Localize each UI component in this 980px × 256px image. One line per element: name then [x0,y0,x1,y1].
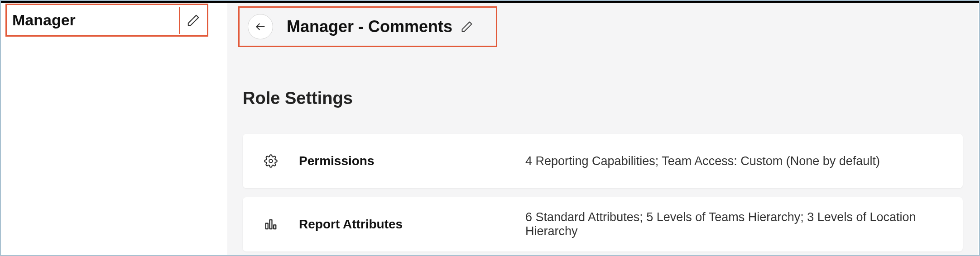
page-header: Manager - Comments [238,6,497,47]
section-title: Role Settings [243,89,353,108]
setting-description: 6 Standard Attributes; 5 Levels of Teams… [525,210,946,238]
setting-description: 4 Reporting Capabilities; Team Access: C… [525,154,946,168]
svg-rect-3 [270,220,272,229]
arrow-left-icon [255,21,266,33]
sidebar-item-label: Manager [12,11,76,29]
page-title: Manager - Comments [287,17,452,36]
setting-label: Permissions [299,154,525,168]
bar-chart-icon [263,216,279,232]
setting-label: Report Attributes [299,217,525,232]
edit-title-button[interactable] [459,19,475,35]
sidebar: Manager [1,3,227,255]
setting-row-permissions[interactable]: Permissions 4 Reporting Capabilities; Te… [243,134,963,188]
pencil-icon [187,14,200,27]
back-button[interactable] [248,14,273,39]
svg-rect-2 [266,223,268,229]
role-settings-list: Permissions 4 Reporting Capabilities; Te… [243,134,963,251]
svg-rect-4 [274,225,276,229]
sidebar-item-manager[interactable]: Manager [5,4,208,37]
setting-row-report-attributes[interactable]: Report Attributes 6 Standard Attributes;… [243,197,963,251]
main-panel: Manager - Comments Role Settings Permiss… [227,3,978,255]
gear-icon [263,153,279,169]
pencil-icon [461,20,473,33]
sidebar-edit-button[interactable] [179,7,206,34]
svg-point-1 [269,159,273,163]
